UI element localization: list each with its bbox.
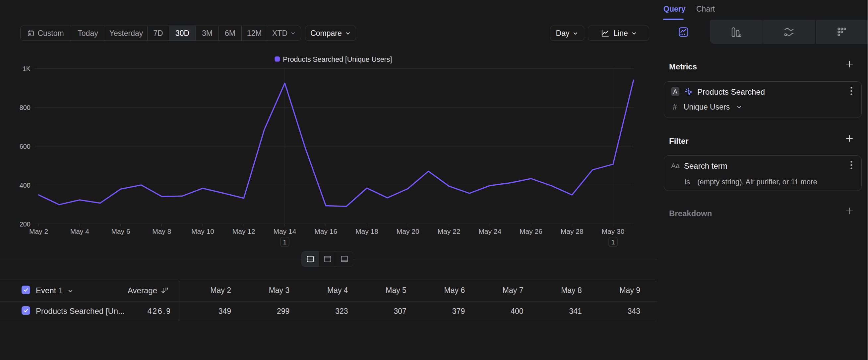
check-icon <box>23 287 29 293</box>
sort-descending-icon <box>160 286 169 295</box>
column-header-may-5[interactable]: May 5 <box>360 286 406 295</box>
row-average-value: 426.9 <box>118 307 172 316</box>
filter-heading: Filter <box>669 137 689 146</box>
table-header-row: Event 1 Average May 2May 3May 4May 5May … <box>0 281 657 301</box>
x-axis-label: May 4 <box>70 227 90 235</box>
x-axis-label: May 14 <box>274 227 297 235</box>
main-content: CustomTodayYesterday7D30D3M6M12MXTD Comp… <box>0 0 657 360</box>
x-axis-label: May 8 <box>152 227 171 235</box>
x-axis-label: May 2 <box>29 227 48 235</box>
table-row-divider <box>0 321 657 321</box>
series-line <box>39 80 633 206</box>
x-axis-label: May 18 <box>355 227 378 235</box>
cell-may-7: 400 <box>477 307 524 316</box>
tab-divider <box>763 20 763 44</box>
insights-icon <box>679 27 688 37</box>
event-sparkle-icon <box>684 87 693 96</box>
add-metric-button[interactable] <box>844 59 855 69</box>
x-axis-label: May 6 <box>111 227 130 235</box>
funnel-bars-icon <box>731 27 741 37</box>
filter-value: (empty string), Air purifier, or 11 more <box>697 178 817 186</box>
chevron-down-icon <box>736 104 742 110</box>
layout-bottom-panel-button[interactable] <box>336 251 353 267</box>
plus-icon <box>844 134 855 143</box>
y-axis-label: 800 <box>20 104 31 111</box>
metric-menu-icon[interactable] <box>850 87 852 95</box>
cell-may-4: 323 <box>302 307 348 316</box>
x-axis-label: May 16 <box>314 227 337 235</box>
tab-funnels[interactable] <box>710 20 763 44</box>
column-header-may-9[interactable]: May 9 <box>594 286 640 295</box>
filter-condition-row[interactable]: Is (empty string), Air purifier, or 11 m… <box>684 178 817 186</box>
cell-may-9: 343 <box>594 307 640 316</box>
legend-swatch <box>275 56 280 62</box>
row-label: Products Searched [Un... <box>36 307 125 316</box>
column-header-may-3[interactable]: May 3 <box>243 286 289 295</box>
layout-bottom-icon <box>340 255 349 264</box>
tab-retention[interactable] <box>815 20 868 44</box>
layout-toggle-group <box>301 251 353 267</box>
column-header-may-4[interactable]: May 4 <box>302 286 348 295</box>
event-count: 1 <box>58 286 63 295</box>
x-axis-label: May 22 <box>438 227 461 235</box>
row-checkbox[interactable] <box>22 306 30 315</box>
average-header-label: Average <box>128 286 157 295</box>
report-type-tabs <box>657 20 868 44</box>
line-chart: 2004006008001KMay 2May 4May 6May 8May 10… <box>0 0 657 266</box>
annotation-badge-label: 1 <box>611 239 615 246</box>
event-checkbox[interactable] <box>22 286 30 294</box>
metrics-heading: Metrics <box>669 62 697 72</box>
layout-split-horizontal-button[interactable] <box>302 251 319 267</box>
retention-dots-icon <box>837 27 847 37</box>
x-axis-label: May 28 <box>561 227 584 235</box>
filter-type-label: Aa <box>671 162 680 170</box>
average-header[interactable]: Average <box>128 286 169 295</box>
chevron-down-icon <box>68 288 73 294</box>
column-header-may-6[interactable]: May 6 <box>418 286 465 295</box>
plus-icon <box>844 59 855 69</box>
annotation-badge-label: 1 <box>283 239 286 246</box>
x-axis-label: May 20 <box>397 227 420 235</box>
table-row[interactable]: Products Searched [Un... 426.9 349299323… <box>0 301 657 321</box>
aggregation-label: Unique Users <box>684 103 730 112</box>
metric-letter-badge: A <box>671 87 679 96</box>
cell-may-2: 349 <box>185 307 231 316</box>
y-axis-label: 1K <box>23 65 31 73</box>
metric-name[interactable]: Products Searched <box>697 87 765 96</box>
y-axis-label: 400 <box>20 182 31 189</box>
add-filter-button[interactable] <box>844 134 855 143</box>
x-axis-label: May 12 <box>232 227 255 235</box>
event-header[interactable]: Event 1 <box>36 286 73 295</box>
tab-query-underline <box>663 19 684 20</box>
plus-icon <box>844 206 855 216</box>
add-breakdown-button[interactable] <box>844 206 855 216</box>
tab-insights[interactable] <box>657 20 710 44</box>
layout-header-icon <box>323 255 332 264</box>
layout-split-vertical-button[interactable] <box>319 251 336 267</box>
cell-may-6: 379 <box>418 307 465 316</box>
breakdown-heading: Breakdown <box>669 209 712 218</box>
column-header-may-8[interactable]: May 8 <box>535 286 582 295</box>
event-header-label: Event <box>36 286 56 295</box>
cell-may-8: 341 <box>535 307 582 316</box>
x-axis-label: May 24 <box>478 227 501 235</box>
tab-query[interactable]: Query <box>663 5 685 13</box>
x-axis-label: May 10 <box>191 227 214 235</box>
tab-chart[interactable]: Chart <box>696 5 715 13</box>
filter-card[interactable]: Aa Search term Is (empty string), Air pu… <box>664 156 862 191</box>
cell-may-3: 299 <box>243 307 289 316</box>
x-axis-label: May 30 <box>602 227 625 235</box>
column-header-may-7[interactable]: May 7 <box>477 286 524 295</box>
metric-card[interactable]: A Products Searched # Unique Users <box>664 81 862 118</box>
legend-label[interactable]: Products Searched [Unique Users] <box>283 55 392 63</box>
column-header-may-2[interactable]: May 2 <box>185 286 231 295</box>
tab-divider <box>815 20 816 44</box>
y-axis-label: 200 <box>20 221 31 228</box>
layout-rows-icon <box>306 255 315 264</box>
tab-flows[interactable] <box>763 20 815 44</box>
flows-icon <box>784 27 794 37</box>
metric-aggregation-row[interactable]: # Unique Users <box>673 103 742 112</box>
check-icon <box>23 307 29 313</box>
filter-menu-icon[interactable] <box>850 161 852 169</box>
filter-property-name[interactable]: Search term <box>684 161 727 171</box>
